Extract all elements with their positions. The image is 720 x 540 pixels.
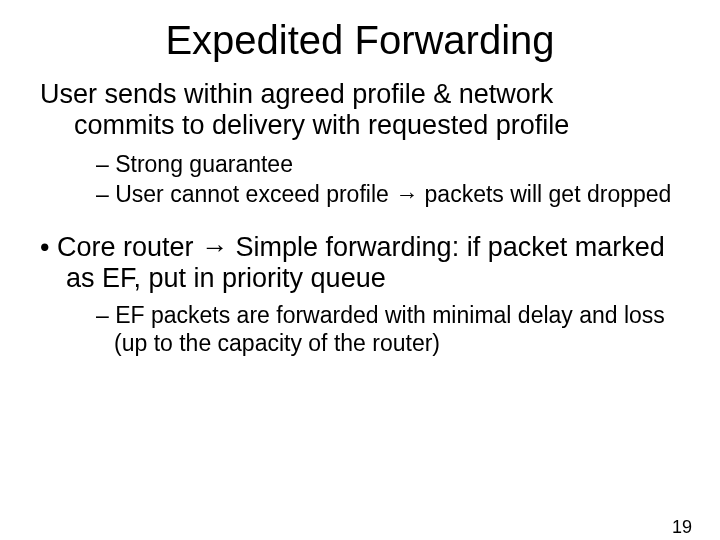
- text-pre: Core router: [57, 232, 201, 262]
- sub-item-strong-guarantee: Strong guarantee: [96, 151, 680, 179]
- lead-line-2: commits to delivery with requested profi…: [40, 110, 680, 141]
- text-post: packets will get dropped: [418, 181, 671, 207]
- text-pre: User cannot exceed profile: [115, 181, 395, 207]
- sub-item-ef-forwarded: EF packets are forwarded with minimal de…: [96, 302, 680, 357]
- sub-list-1: Strong guarantee User cannot exceed prof…: [40, 151, 680, 208]
- lead-text: User sends within agreed profile & netwo…: [40, 79, 680, 141]
- slide: Expedited Forwarding User sends within a…: [0, 18, 720, 540]
- sub-item-exceed-profile: User cannot exceed profile → packets wil…: [96, 181, 680, 209]
- arrow-icon: →: [395, 181, 418, 207]
- lead-line-1: User sends within agreed profile & netwo…: [40, 79, 553, 109]
- slide-title: Expedited Forwarding: [0, 18, 720, 63]
- arrow-icon: →: [201, 232, 228, 262]
- bullet-core-router: Core router → Simple forwarding: if pack…: [40, 232, 680, 294]
- slide-body: User sends within agreed profile & netwo…: [0, 79, 720, 358]
- page-number: 19: [672, 517, 692, 538]
- sub-list-2: EF packets are forwarded with minimal de…: [40, 302, 680, 357]
